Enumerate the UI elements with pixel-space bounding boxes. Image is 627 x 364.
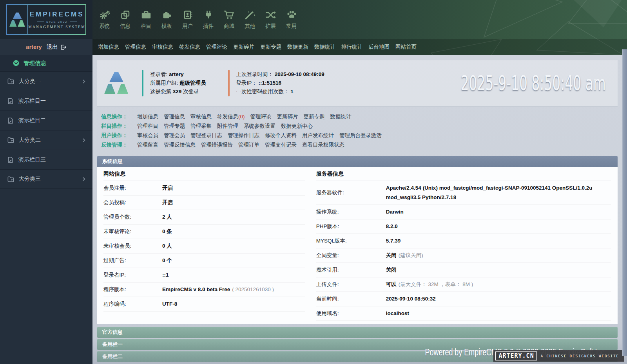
watermark-brand: ARTERY.CN — [495, 351, 537, 360]
op-link[interactable]: 用户发布统计 — [302, 132, 334, 139]
op-link[interactable]: 系统参数设置 — [244, 123, 275, 130]
system-info-panel: 网站信息 会员注册:开启 会员投稿:开启 管理员个数:2 人 未审核评论:0 条… — [97, 167, 618, 324]
table-row: 程序编码:UTF-8 — [103, 297, 305, 311]
sidebar-item-demo-column-2[interactable]: 演示栏目二 — [0, 110, 92, 130]
op-link[interactable]: 管理后台登录激活 — [339, 132, 382, 139]
sidebar-item-category-1[interactable]: 大分类一 — [0, 71, 92, 91]
wand-icon — [244, 10, 256, 20]
brand-since-text: SICE 2002 — [46, 20, 67, 24]
nav-item-user[interactable]: 用户 — [177, 10, 198, 30]
subnav-item-manage-info[interactable]: 管理信息 — [125, 43, 146, 51]
nav-item-label: 商城 — [224, 23, 234, 30]
subnav-item-site-home[interactable]: 网站首页 — [395, 43, 417, 51]
sidebar-item-category-3[interactable]: 大分类三 — [0, 169, 92, 189]
op-link[interactable]: 数据统计 — [330, 113, 352, 120]
nav-item-template[interactable]: 模板 — [156, 10, 177, 30]
nav-item-system[interactable]: 系统 — [94, 10, 115, 30]
op-link[interactable]: 审核会员 — [137, 132, 158, 139]
sidebar: 管理信息 大分类一 演示栏目一 演示栏目二 大分类二 演示栏目三 大分类三 — [0, 55, 92, 364]
op-link[interactable]: 管理反馈信息 — [164, 141, 196, 148]
nav-item-label: 模板 — [161, 23, 172, 30]
login-group-line: 所属用户组: 超级管理员 — [150, 79, 206, 87]
sidebar-item-demo-column-3[interactable]: 演示栏目三 — [0, 150, 92, 169]
clock: 2025-9-10 8:50:40 am — [461, 71, 606, 94]
gears-icon — [99, 10, 111, 20]
op-link[interactable]: 管理栏目 — [137, 123, 158, 130]
sidebar-item-label: 大分类三 — [19, 176, 41, 183]
nav-item-extend[interactable]: 扩展 — [260, 10, 281, 30]
panel-bar-official-info[interactable]: 官方信息 — [97, 327, 618, 338]
op-link[interactable]: 管理订单 — [238, 141, 259, 148]
nav-item-other[interactable]: 其他 — [239, 10, 260, 30]
op-link[interactable]: 更新碎片 — [277, 113, 298, 120]
subnav-item-manage-comments[interactable]: 管理评论 — [206, 43, 227, 51]
divider-line — [70, 22, 77, 22]
chevron-right-icon — [82, 138, 86, 143]
briefcase-icon — [140, 10, 152, 20]
op-link[interactable]: 数据更新中心 — [281, 123, 313, 130]
artery-watermark: ARTERY.CN A CHINESE DESIGNERS WEBSITE — [493, 350, 624, 362]
op-row-label: 栏目操作： — [101, 123, 132, 130]
subnav-item-review-info[interactable]: 审核信息 — [152, 43, 173, 51]
op-link[interactable]: 管理支付记录 — [265, 141, 297, 148]
logo-triangle-right — [117, 84, 129, 94]
shuffle-icon — [265, 10, 277, 20]
op-link[interactable]: 附件管理 — [217, 123, 238, 130]
nav-item-label: 用户 — [182, 23, 193, 30]
sidebar-item-label: 演示栏目二 — [18, 117, 46, 124]
subnav-item-add-info[interactable]: 增加信息 — [98, 43, 119, 51]
sidebar-section-manage-info[interactable]: 管理信息 — [0, 55, 92, 71]
op-link[interactable]: 管理会员 — [164, 132, 185, 139]
brand-since: SICE 2002 — [37, 20, 77, 24]
op-row-user: 用户操作： 审核会员 管理会员 管理登录日志 管理操作日志 修改个人资料 用户发… — [101, 131, 618, 140]
subnav-item-data-update[interactable]: 数据更新 — [287, 43, 308, 51]
subnav-item-update-fragments[interactable]: 更新碎片 — [233, 43, 254, 51]
table-row: 当前时间:2025-09-10 08:50:32 — [316, 292, 611, 306]
nav-item-common[interactable]: 常用 — [281, 10, 302, 30]
website-info-table: 网站信息 会员注册:开启 会员投稿:开启 管理员个数:2 人 未审核评论:0 条… — [98, 167, 311, 321]
nav-item-plugin[interactable]: 插件 — [198, 10, 219, 30]
sidebar-section-label: 管理信息 — [24, 60, 46, 67]
sidebar-item-demo-column-1[interactable]: 演示栏目一 — [0, 91, 92, 110]
op-link[interactable]: 管理评论 — [250, 113, 272, 120]
copy-icon — [120, 10, 131, 20]
op-row-info: 信息操作： 增加信息 管理信息 审核信息 签发信息(0) 管理评论 更新碎片 更… — [101, 112, 618, 121]
subnav-item-ranking-stats[interactable]: 排行统计 — [341, 43, 362, 51]
op-link[interactable]: 管理采集 — [190, 123, 212, 130]
nav-item-mall[interactable]: 商城 — [219, 10, 239, 30]
login-session-info: 上次登录时间： 2025-09-10 08:49:09 登录IP： ::1:51… — [236, 70, 324, 96]
op-link[interactable]: 增加信息 — [137, 113, 158, 120]
op-link[interactable]: 审核信息 — [190, 113, 212, 120]
subnav-item-update-topics[interactable]: 更新专题 — [260, 43, 281, 51]
nav-item-column[interactable]: 栏目 — [136, 10, 156, 30]
logo-text: EMPIRECMS SICE 2002 MANAGEMENT SYSTEM — [28, 5, 85, 34]
login-ip-line: 登录IP： ::1:51516 — [236, 79, 324, 87]
server-info-title: 服务器信息 — [316, 167, 611, 181]
otp-line: 一次性密码使用次数： 1 — [236, 87, 324, 96]
subnav-item-data-stats[interactable]: 数据统计 — [314, 43, 335, 51]
op-link[interactable]: 修改个人资料 — [265, 132, 297, 139]
subnav-item-sign-info[interactable]: 签发信息 — [179, 43, 200, 51]
circle-chevron-down-icon — [13, 60, 20, 67]
op-link[interactable]: 管理信息 — [164, 113, 185, 120]
logo-triangles — [9, 13, 25, 27]
system-info-header: 系统信息 — [97, 156, 618, 167]
op-link[interactable]: 管理错误报告 — [201, 141, 233, 148]
subnav-item-backend-map[interactable]: 后台地图 — [368, 43, 390, 51]
op-link[interactable]: 管理专题 — [164, 123, 185, 130]
sidebar-item-category-2[interactable]: 大分类二 — [0, 130, 92, 150]
op-link[interactable]: 管理登录日志 — [190, 132, 222, 139]
username: artery — [26, 44, 42, 50]
op-link[interactable]: 更新专题 — [304, 113, 325, 120]
op-link[interactable]: 管理操作日志 — [228, 132, 259, 139]
address-book-icon — [182, 10, 193, 20]
logout-button[interactable]: 退出 — [47, 43, 67, 51]
op-link[interactable]: 签发信息(0) — [217, 113, 245, 120]
op-link[interactable]: 管理留言 — [137, 141, 158, 148]
logo-triangle-right — [18, 20, 25, 27]
nav-item-info[interactable]: 信息 — [115, 10, 136, 30]
scrollbar-thumb[interactable] — [622, 49, 627, 356]
empirecms-logo — [104, 72, 129, 94]
table-row: 未审核会员:0 人 — [103, 239, 305, 254]
op-link[interactable]: 查看目录权限状态 — [302, 141, 344, 148]
